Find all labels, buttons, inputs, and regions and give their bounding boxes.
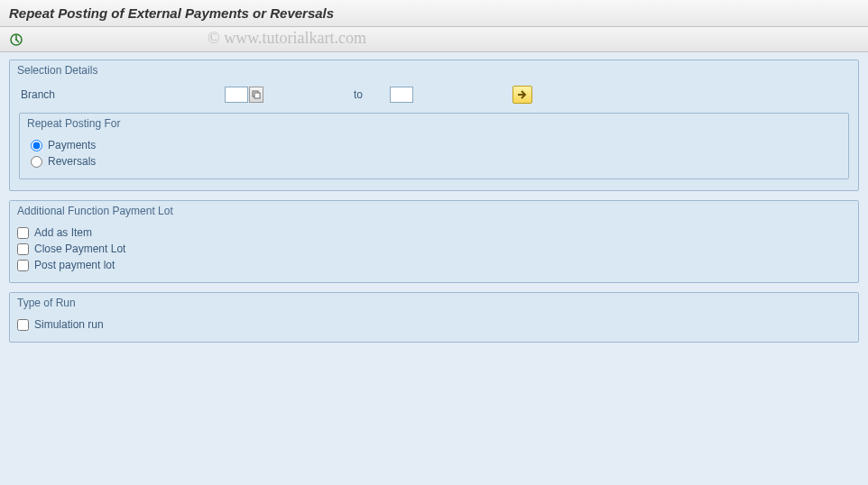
radio-reversals[interactable] — [31, 156, 42, 168]
checkbox-add-item-label: Add as Item — [34, 226, 92, 239]
check-row-simulation[interactable]: Simulation run — [17, 316, 851, 333]
arrow-right-icon — [516, 89, 529, 100]
branch-value-help-button[interactable] — [249, 87, 263, 103]
branch-input-from[interactable] — [225, 87, 248, 103]
multiple-selection-button[interactable] — [512, 86, 532, 104]
group-additional-function: Additional Function Payment Lot Add as I… — [9, 200, 859, 283]
checkbox-simulation-label: Simulation run — [34, 318, 104, 331]
radio-reversals-label: Reversals — [48, 155, 96, 168]
group-repeat-posting-for: Repeat Posting For Payments Reversals — [19, 113, 849, 179]
toolbar — [0, 27, 868, 52]
group-title-repeat: Repeat Posting For — [20, 114, 848, 133]
check-row-add-item[interactable]: Add as Item — [17, 224, 851, 241]
execute-icon — [9, 32, 23, 47]
checkbox-close-lot[interactable] — [17, 243, 29, 255]
checkbox-post-lot[interactable] — [17, 260, 29, 271]
group-type-of-run: Type of Run Simulation run — [9, 292, 859, 343]
check-row-close-lot[interactable]: Close Payment Lot — [17, 241, 851, 257]
radio-row-reversals[interactable]: Reversals — [31, 153, 837, 169]
group-title-run: Type of Run — [10, 293, 858, 313]
execute-button[interactable] — [7, 31, 25, 49]
radio-row-payments[interactable]: Payments — [31, 137, 837, 153]
check-row-post-lot[interactable]: Post payment lot — [17, 257, 851, 273]
to-label: to — [263, 88, 390, 101]
checkbox-simulation[interactable] — [17, 319, 29, 331]
branch-label: Branch — [17, 88, 225, 101]
search-help-icon — [252, 90, 261, 99]
content-area: Selection Details Branch to — [0, 52, 868, 485]
radio-payments-label: Payments — [48, 139, 96, 151]
svg-rect-3 — [254, 93, 260, 98]
checkbox-add-item[interactable] — [17, 227, 29, 239]
svg-point-1 — [15, 39, 17, 41]
group-title-selection: Selection Details — [10, 60, 858, 80]
group-selection-details: Selection Details Branch to — [9, 59, 859, 191]
checkbox-post-lot-label: Post payment lot — [34, 259, 115, 271]
group-title-additional: Additional Function Payment Lot — [10, 201, 858, 221]
radio-payments[interactable] — [31, 140, 42, 151]
page-title: Repeat Posting of External Payments or R… — [0, 0, 868, 27]
checkbox-close-lot-label: Close Payment Lot — [34, 242, 125, 255]
branch-input-to[interactable] — [390, 87, 413, 103]
branch-row: Branch to — [17, 84, 851, 105]
